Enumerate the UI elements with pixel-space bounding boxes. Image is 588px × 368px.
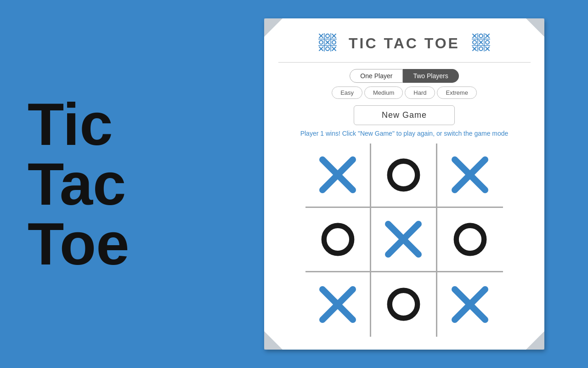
svg-point-30 (486, 40, 489, 44)
svg-point-9 (319, 40, 323, 44)
svg-point-33 (479, 47, 483, 51)
cell-1-1[interactable] (371, 208, 437, 272)
svg-point-24 (479, 34, 483, 38)
svg-point-41 (324, 225, 351, 253)
title-line-3: Toe (28, 214, 129, 274)
status-text: Player 1 wins! Click "New Game" to play … (291, 130, 518, 137)
game-card: TIC TAC TOE (264, 18, 544, 350)
left-title: Tic Tac Toe (0, 94, 220, 274)
cell-1-2[interactable] (437, 208, 503, 272)
corner-br (526, 331, 544, 350)
svg-point-44 (456, 225, 484, 253)
medium-button[interactable]: Medium (364, 86, 403, 99)
difficulty-buttons: Easy Medium Hard Extreme (331, 86, 478, 99)
cell-0-1[interactable] (371, 144, 437, 208)
extreme-button[interactable]: Extreme (437, 86, 476, 99)
header-title: TIC TAC TOE (349, 35, 460, 52)
header-area: TIC TAC TOE (264, 28, 544, 59)
easy-button[interactable]: Easy (332, 86, 362, 99)
cell-1-0[interactable] (305, 208, 371, 272)
two-players-button[interactable]: Two Players (403, 69, 458, 83)
cell-0-0[interactable] (305, 144, 371, 208)
cell-2-2[interactable] (437, 272, 503, 337)
game-panel: TIC TAC TOE (220, 0, 588, 368)
svg-point-47 (390, 291, 417, 318)
title-line-1: Tic (28, 94, 113, 154)
new-game-button[interactable]: New Game (354, 105, 455, 125)
title-line-2: Tac (28, 154, 126, 214)
game-board (305, 144, 503, 337)
header-icon-right (471, 32, 491, 55)
header-divider (278, 62, 531, 63)
svg-point-12 (332, 40, 336, 44)
corner-bl (264, 331, 283, 350)
hard-button[interactable]: Hard (405, 86, 435, 99)
cell-2-0[interactable] (305, 272, 371, 337)
svg-point-15 (326, 47, 329, 51)
one-player-button[interactable]: One Player (350, 69, 403, 83)
svg-point-6 (326, 34, 329, 38)
svg-point-27 (473, 40, 476, 44)
cell-0-2[interactable] (437, 144, 503, 208)
svg-point-38 (390, 161, 417, 189)
header-icon-left (317, 32, 338, 55)
cell-2-1[interactable] (371, 272, 437, 337)
mode-buttons: One Player Two Players (350, 69, 458, 83)
